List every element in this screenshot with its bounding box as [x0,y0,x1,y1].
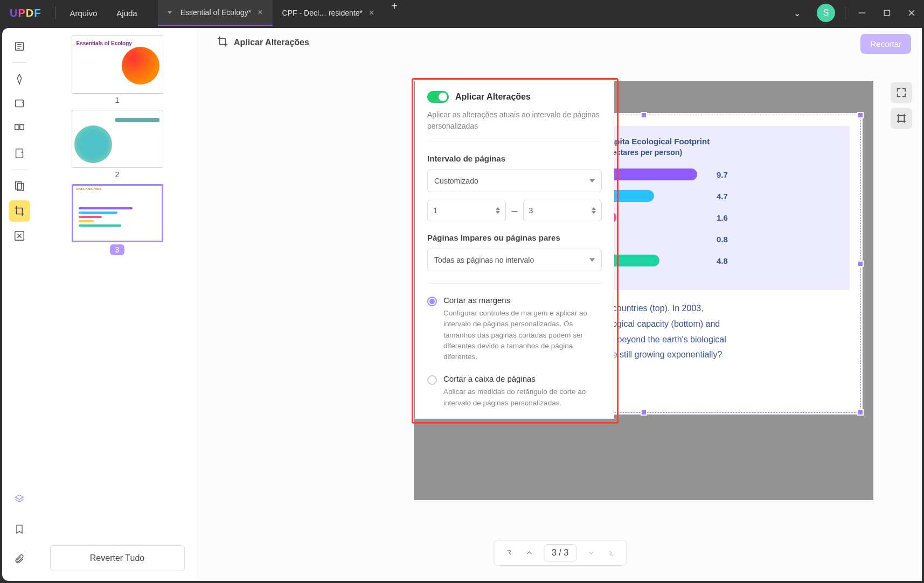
close-icon[interactable]: × [258,8,262,17]
tab-add-button[interactable]: + [384,0,405,26]
crop-icon[interactable] [9,200,30,222]
svg-rect-9 [15,125,19,130]
separator [12,170,27,170]
right-tools [891,82,912,129]
user-avatar[interactable]: S [817,4,835,22]
thumb-label: 2 [72,170,163,179]
svg-rect-11 [16,149,23,158]
page-range-label: Intervalo de páginas [427,154,602,163]
tab-strip: Essential of Ecology* × CPF - Decl… resi… [158,0,405,26]
bookmark-icon[interactable] [9,518,30,540]
crop-header-title: Aplicar Alterações [234,38,309,47]
stepper-down-icon[interactable] [592,211,596,214]
radio-checked-icon[interactable] [427,297,437,306]
last-page-button[interactable] [602,544,621,562]
next-page-button[interactable] [582,544,600,562]
left-toolbar [2,28,37,581]
title-bar: UPDF Arquivo Ajuda Essential of Ecology*… [0,0,924,26]
tab-title: Essential of Ecology* [180,8,252,17]
radio-unchecked-icon[interactable] [427,375,437,385]
page-range-inputs: 1 – 3 [427,200,602,221]
minimize-button[interactable] [850,0,874,26]
crop-margins-option[interactable]: Cortar as margens Configurar controles d… [427,296,602,362]
tab-inactive[interactable]: CPF - Decl… residente* × [273,0,384,26]
apply-toggle[interactable] [427,91,449,103]
apply-title: Aplicar Alterações [455,92,531,102]
range-to-input[interactable]: 3 [523,200,602,221]
fit-page-icon[interactable] [891,82,912,103]
apply-description: Aplicar as alterações atuais ao interval… [427,109,602,132]
artboard-icon[interactable] [891,108,912,129]
close-icon[interactable]: × [369,8,374,18]
crop-header: Aplicar Alterações [209,32,317,53]
divider [55,6,55,19]
apply-changes-panel: Aplicar Alterações Aplicar as alterações… [415,81,614,419]
crop-margins-label: Cortar as margens [443,296,602,305]
left-toolbar-bottom [9,488,30,570]
crop-box-desc: Aplicar as medidas do retângulo de corte… [443,387,602,409]
odd-even-label: Páginas ímpares ou páginas pares [427,233,602,242]
comment-icon[interactable] [9,93,30,115]
thumbnail-3[interactable]: DATA ANALYSIS 3 [72,184,163,255]
app-logo: UPDF [0,7,51,19]
tab-title: CPF - Decl… residente* [282,9,363,17]
tab-active[interactable]: Essential of Ecology* × [158,0,273,26]
thumbnail-2[interactable]: 2 [72,110,163,179]
svg-rect-10 [20,125,24,130]
maximize-button[interactable] [874,0,899,26]
pages-icon[interactable] [9,175,30,197]
crop-apply-button[interactable]: Recortar [860,34,911,54]
odd-even-select[interactable]: Todas as páginas no intervalo [427,249,602,271]
crop-handle[interactable] [641,409,647,416]
stepper-up-icon[interactable] [496,207,500,210]
titlebar-right: ⌄ S [783,0,924,26]
stepper-down-icon[interactable] [496,211,500,214]
thumbnail-1[interactable]: Essentials of Ecology 1 [72,36,163,104]
first-page-button[interactable] [499,544,518,562]
chevron-down-icon [589,258,595,262]
prev-page-button[interactable] [520,544,538,562]
svg-rect-8 [16,100,24,107]
redact-icon[interactable] [9,225,30,247]
divider [845,6,845,19]
close-button[interactable] [899,0,924,26]
crop-handle[interactable] [641,112,647,118]
page-range-select[interactable]: Customizado [427,170,602,192]
crop-handle[interactable] [857,112,864,118]
menu-file[interactable]: Arquivo [60,9,107,18]
separator [12,62,27,63]
crop-margins-desc: Configurar controles de margem e aplicar… [443,308,602,362]
reader-icon[interactable] [9,36,30,57]
attachment-icon[interactable] [9,549,30,570]
stepper-up-icon[interactable] [592,207,596,210]
form-icon[interactable] [9,143,30,164]
crop-box-option[interactable]: Cortar a caixa de páginas Aplicar as med… [427,374,602,409]
range-dash: – [511,205,517,217]
menu-help[interactable]: Ajuda [107,9,147,18]
crop-icon [217,36,228,50]
thumbnail-panel: Essentials of Ecology 1 2 DATA ANALYSIS … [37,28,198,581]
crop-handle[interactable] [857,409,864,416]
layers-icon[interactable] [9,488,30,510]
organize-icon[interactable] [9,118,30,139]
svg-rect-15 [899,116,905,122]
crop-box-label: Cortar a caixa de páginas [443,374,602,383]
apply-toggle-row: Aplicar Alterações [427,91,602,103]
workspace: Essentials of Ecology 1 2 DATA ANALYSIS … [2,28,922,581]
page-indicator[interactable]: 3 / 3 [544,544,576,561]
edit-icon[interactable] [9,68,30,90]
chevron-down-icon [589,179,595,182]
range-from-input[interactable]: 1 [427,200,506,221]
revert-button[interactable]: Reverter Tudo [50,545,185,571]
main-area: Aplicar Alterações Recortar Per Capita E… [198,28,922,581]
crop-handle[interactable] [857,261,864,267]
thumb-label: 1 [72,96,163,104]
page-controls: 3 / 3 [494,540,627,566]
svg-rect-1 [884,10,890,16]
chevron-down-icon[interactable]: ⌄ [783,8,811,18]
chevron-down-icon[interactable] [168,11,172,14]
thumb-label: 3 [110,244,125,255]
